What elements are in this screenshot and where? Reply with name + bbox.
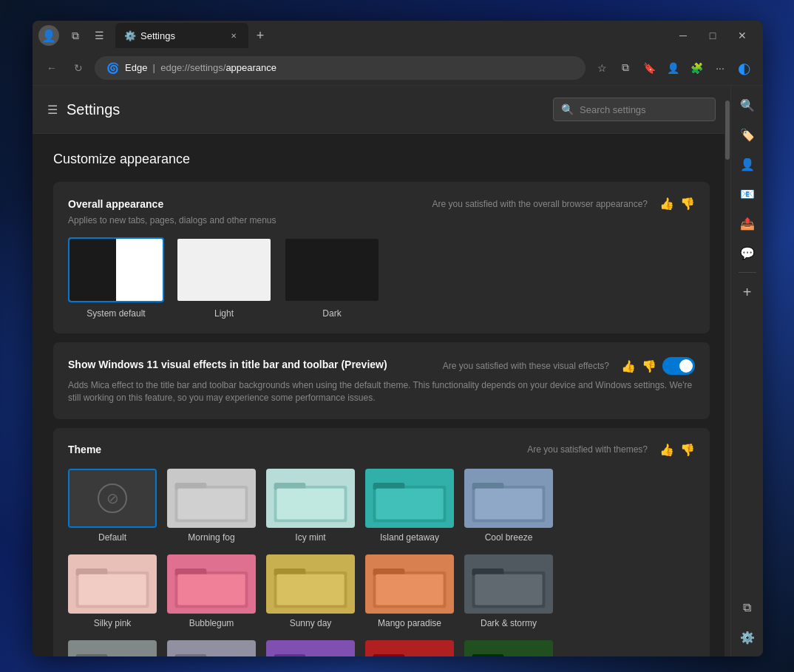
theme-default[interactable]: ⊘ Default: [68, 469, 157, 543]
theme-sunny-day-label: Sunny day: [290, 618, 332, 628]
theme-morning-fog[interactable]: Morning fog: [167, 469, 256, 543]
back-button[interactable]: ←: [41, 58, 62, 78]
theme-question: Are you satisfied with themes?: [527, 444, 648, 455]
svg-rect-40: [472, 654, 504, 656]
effects-toggle[interactable]: [662, 357, 695, 375]
light-option[interactable]: Light: [176, 237, 272, 319]
sidebar-chat-icon[interactable]: 💬: [734, 240, 761, 266]
theme-bubblegum[interactable]: Bubblegum: [167, 554, 256, 628]
theme-sunny-day-preview: [266, 554, 355, 614]
address-input[interactable]: 🌀 Edge | edge://settings/appearance: [95, 56, 586, 80]
collections-icon[interactable]: 🔖: [639, 58, 659, 78]
theme-row3-4-preview: [365, 640, 454, 656]
theme-thumbs-down[interactable]: 👎: [680, 443, 695, 457]
refresh-button[interactable]: ↻: [68, 58, 89, 78]
theme-icy-mint[interactable]: Icy mint: [266, 469, 355, 543]
svg-rect-2: [177, 488, 245, 519]
theme-row3-1[interactable]: [68, 640, 157, 656]
island-getaway-folder: [367, 470, 452, 526]
search-input[interactable]: [580, 104, 708, 115]
split-view-icon[interactable]: ⧉: [615, 58, 636, 78]
profile-icon[interactable]: 👤: [662, 58, 683, 78]
title-bar: 👤 ⧉ ☰ ⚙️ Settings ✕ + ─ □ ✕: [33, 21, 763, 50]
edge-logo-icon: 🌀: [106, 62, 119, 74]
sidebar-outlook-icon[interactable]: 📧: [734, 180, 761, 207]
icy-mint-folder: [268, 470, 353, 526]
theme-row3-3[interactable]: [266, 640, 355, 656]
extensions-icon[interactable]: 🧩: [686, 58, 707, 78]
window-controls: ─ □ ✕: [668, 24, 757, 47]
tab-stack-icon[interactable]: ⧉: [65, 25, 86, 46]
dark-label: Dark: [322, 308, 341, 319]
svg-rect-5: [276, 488, 344, 519]
maximize-button[interactable]: □: [698, 24, 727, 47]
theme-cool-breeze-label: Cool breeze: [485, 532, 533, 543]
minimize-button[interactable]: ─: [668, 24, 698, 47]
dark-option[interactable]: Dark: [284, 237, 380, 319]
feedback-icons: Are you satisfied with the overall brows…: [432, 197, 696, 211]
favorites-icon[interactable]: ☆: [591, 58, 612, 78]
theme-default-label: Default: [98, 532, 126, 543]
settings-tab-icon: ⚙️: [124, 30, 136, 41]
settings-title: Settings: [67, 101, 120, 118]
theme-silky-pink[interactable]: Silky pink: [68, 554, 157, 628]
copilot-icon[interactable]: ◐: [733, 58, 754, 78]
url-path: appearance: [225, 62, 276, 73]
theme-cool-breeze[interactable]: Cool breeze: [464, 469, 553, 543]
toggle-header: Show Windows 11 visual effects in title …: [68, 357, 695, 375]
active-tab[interactable]: ⚙️ Settings ✕: [115, 23, 248, 48]
theme-row3-5[interactable]: [464, 640, 553, 656]
theme-icy-mint-label: Icy mint: [295, 532, 325, 543]
theme-row3-4[interactable]: [365, 640, 454, 656]
theme-row3-2[interactable]: [167, 640, 256, 656]
settings-header: ☰ Settings 🔍: [33, 86, 730, 134]
row3-3-folder: [268, 642, 353, 656]
thumbs-up-icon[interactable]: 👍: [659, 197, 674, 211]
cool-breeze-folder: [466, 470, 552, 526]
sidebar-tag-icon[interactable]: 🏷️: [734, 121, 761, 148]
theme-dark-stormy[interactable]: Dark & stormy: [464, 554, 553, 628]
theme-mango-paradise-label: Mango paradise: [378, 618, 441, 628]
svg-rect-23: [376, 574, 443, 605]
tab-close-button[interactable]: ✕: [228, 30, 240, 41]
search-box[interactable]: 🔍: [553, 98, 716, 121]
theme-card: Theme Are you satisfied with themes? 👍 👎: [53, 428, 710, 656]
card-header: Overall appearance Are you satisfied wit…: [68, 197, 695, 211]
theme-thumbs-up[interactable]: 👍: [659, 443, 674, 457]
theme-section-header: Theme Are you satisfied with themes? 👍 👎: [68, 443, 695, 457]
effects-thumbs-down[interactable]: 👎: [642, 359, 656, 373]
sidebar-settings-icon[interactable]: ⚙️: [734, 624, 761, 651]
theme-island-getaway[interactable]: Island getaway: [365, 469, 454, 543]
theme-mango-paradise-preview: [365, 554, 454, 614]
overall-appearance-card: Overall appearance Are you satisfied wit…: [53, 182, 710, 333]
sunny-day-folder: [268, 556, 353, 612]
sidebar-add-icon[interactable]: +: [734, 279, 761, 305]
svg-rect-8: [376, 488, 443, 519]
close-button[interactable]: ✕: [727, 24, 757, 47]
effects-thumbs-up[interactable]: 👍: [621, 359, 636, 373]
theme-row3-2-preview: [167, 640, 256, 656]
tab-bar: ⚙️ Settings ✕ +: [115, 23, 665, 48]
theme-title: Theme: [68, 444, 101, 455]
thumbs-down-icon[interactable]: 👎: [680, 197, 695, 211]
more-button[interactable]: ···: [710, 58, 730, 78]
silky-pink-folder: [69, 556, 155, 612]
main-content: ☰ Settings 🔍 Customize appearance Overal…: [33, 86, 763, 656]
vertical-tabs-icon[interactable]: ☰: [89, 25, 109, 46]
svg-rect-28: [76, 654, 108, 656]
sidebar-share-icon[interactable]: 📤: [734, 210, 761, 237]
effects-question: Are you satisfied with these visual effe…: [443, 361, 609, 371]
system-default-option[interactable]: System default: [68, 237, 164, 319]
menu-toggle-icon[interactable]: ☰: [47, 103, 58, 117]
scrollbar[interactable]: [725, 86, 730, 656]
profile-avatar[interactable]: 👤: [38, 25, 59, 46]
sidebar-search-icon[interactable]: 🔍: [734, 92, 761, 118]
theme-island-getaway-label: Island getaway: [380, 532, 439, 543]
theme-sunny-day[interactable]: Sunny day: [266, 554, 355, 628]
sidebar-user-icon[interactable]: 👤: [734, 151, 761, 177]
page-title: Customize appearance: [53, 152, 710, 167]
browser-name: Edge: [125, 62, 147, 73]
sidebar-split-view-icon[interactable]: ⧉: [734, 594, 761, 621]
theme-mango-paradise[interactable]: Mango paradise: [365, 554, 454, 628]
new-tab-button[interactable]: +: [250, 25, 271, 46]
